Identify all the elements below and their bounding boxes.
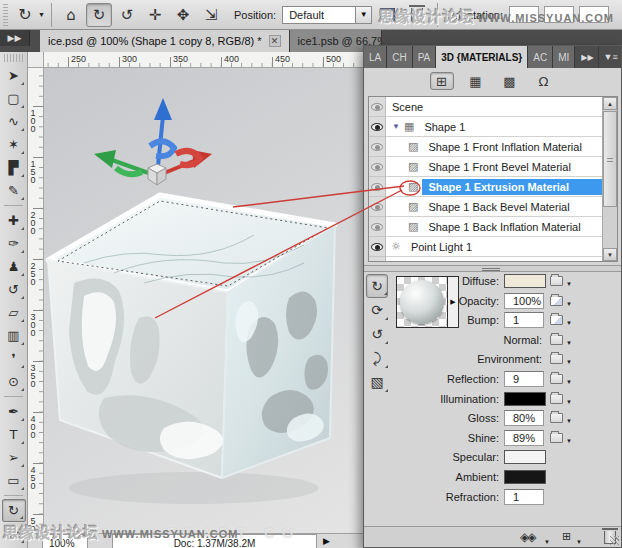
texture-menu-caret-icon[interactable]: ▼	[566, 340, 572, 346]
roll-3d-object-tool[interactable]: ↺	[114, 3, 140, 27]
texture-menu-caret-icon[interactable]: ▼	[566, 301, 572, 307]
visibility-toggle[interactable]	[369, 97, 385, 117]
texture-menu-icon[interactable]	[550, 374, 563, 384]
texture-menu-icon[interactable]	[550, 413, 563, 423]
rotate-3d-object-tool[interactable]: ↻	[86, 3, 112, 27]
visibility-toggle[interactable]	[369, 197, 385, 217]
filter-lights-icon[interactable]: Ω	[532, 72, 556, 90]
eraser-tool[interactable]: ▱	[2, 301, 26, 324]
property-color-swatch[interactable]	[504, 450, 546, 464]
texture-menu-caret-icon[interactable]: ▼	[566, 399, 572, 405]
property-value-field[interactable]: 89%	[504, 430, 544, 446]
panel-splitter[interactable]	[364, 265, 621, 272]
panel-menu-icon[interactable]: ▼≡	[598, 46, 621, 68]
path-selection-tool[interactable]: ➢	[2, 446, 26, 469]
eye-icon[interactable]	[371, 223, 383, 231]
expander-icon[interactable]: ▼	[392, 122, 402, 131]
eye-icon[interactable]	[371, 143, 383, 151]
toolbox-grip[interactable]	[4, 54, 23, 62]
eyedropper-tool[interactable]: ✎	[2, 179, 26, 202]
texture-menu-caret-icon[interactable]: ▼	[566, 438, 572, 444]
visibility-toggle[interactable]	[369, 157, 385, 177]
gradient-tool[interactable]: ▥	[2, 324, 26, 347]
texture-menu-caret-icon[interactable]: ▼	[566, 418, 572, 424]
magic-wand-tool[interactable]: ✶	[2, 133, 26, 156]
ruler-corner[interactable]	[28, 52, 44, 68]
document-tab-active[interactable]: ice.psd @ 100% (Shape 1 copy 8, RGB/8) *…	[40, 30, 290, 52]
texture-menu-caret-icon[interactable]: ▼	[566, 320, 572, 326]
slide-3d-object-tool[interactable]: ✥	[170, 3, 196, 27]
brush-tool[interactable]: ✑	[2, 232, 26, 255]
texture-menu-caret-icon[interactable]: ▼	[566, 379, 572, 385]
3d-materials-[interactable]: 3D {MATERIALS}	[436, 46, 528, 68]
texture-menu-icon[interactable]	[550, 354, 563, 364]
scene-tree-scrollbar[interactable]: ▲ ▼	[602, 97, 617, 261]
texture-menu-icon[interactable]	[550, 315, 563, 325]
panel-resize-grip[interactable]	[610, 536, 619, 545]
scene-tree-row[interactable]: ▨ Shape 1 Back Inflation Material	[386, 217, 602, 237]
caret-icon[interactable]: ▼	[544, 539, 550, 545]
property-value-field[interactable]: 9	[504, 371, 544, 387]
new-item-icon[interactable]: ⊞	[562, 530, 571, 543]
filter-meshes-icon[interactable]: ▦	[464, 72, 488, 90]
3d-rotate-tool[interactable]: ↻	[2, 499, 26, 522]
clone-stamp-tool[interactable]: ♟	[2, 255, 26, 278]
scene-tree-row[interactable]: ▨ Shape 1 Extrusion Material	[386, 177, 602, 197]
ac[interactable]: AC	[528, 46, 553, 68]
marquee-tool[interactable]: ▢	[2, 87, 26, 110]
lasso-tool[interactable]: ∿	[2, 110, 26, 133]
orientation-y-input[interactable]	[544, 6, 574, 23]
eye-icon[interactable]	[371, 203, 383, 211]
texture-menu-icon[interactable]	[550, 296, 563, 306]
orientation-x-input[interactable]	[509, 6, 539, 23]
scene-tree-row[interactable]: ▨ Shape 1 Front Inflation Material	[386, 137, 602, 157]
visibility-toggle[interactable]	[369, 117, 385, 137]
document-canvas[interactable]	[44, 68, 363, 533]
texture-menu-caret-icon[interactable]: ▼	[566, 281, 572, 287]
more-tabs-icon[interactable]: ▶▶	[577, 46, 597, 68]
status-bar-menu-icon[interactable]: ▶	[323, 536, 330, 546]
scrollbar-thumb[interactable]	[603, 111, 617, 207]
scroll-down-icon[interactable]: ▼	[603, 248, 617, 261]
property-value-field[interactable]: 100%	[504, 293, 544, 309]
visibility-toggle[interactable]	[369, 177, 385, 197]
position-dropdown[interactable]: Default ▼	[282, 6, 372, 24]
healing-brush-tool[interactable]: ✚	[2, 209, 26, 232]
la[interactable]: LA	[364, 46, 387, 68]
dropdown-caret-icon[interactable]: ▼	[355, 7, 371, 23]
eye-icon[interactable]	[371, 103, 383, 111]
eye-icon[interactable]	[371, 183, 383, 191]
filter-materials-icon[interactable]: ▩	[498, 72, 522, 90]
shape-tool[interactable]: ▭	[2, 469, 26, 492]
type-tool[interactable]: T	[2, 423, 26, 446]
scale-3d-object-tool[interactable]: ⇲	[198, 3, 224, 27]
delete-view-icon[interactable]	[411, 8, 423, 21]
eye-icon[interactable]	[371, 163, 383, 171]
toolbox-collapse-icon[interactable]: ▶▶	[0, 30, 30, 46]
texture-menu-icon[interactable]	[550, 335, 563, 345]
pan-3d-object-tool[interactable]: ✛	[142, 3, 168, 27]
horizontal-ruler[interactable]: 250300350400450500550	[44, 52, 363, 68]
property-value-field[interactable]: 1	[504, 312, 544, 328]
scene-tree-row[interactable]: ▨ Shape 1 Back Bevel Material	[386, 197, 602, 217]
dodge-tool[interactable]: ⊙	[2, 370, 26, 393]
texture-menu-icon[interactable]	[550, 433, 563, 443]
property-color-swatch[interactable]	[504, 470, 546, 484]
save-view-icon[interactable]	[380, 8, 395, 22]
property-color-swatch[interactable]	[504, 274, 546, 288]
property-value-field[interactable]: 80%	[504, 410, 544, 426]
crop-tool[interactable]: ▛	[2, 156, 26, 179]
move-tool[interactable]: ➤	[2, 64, 26, 87]
visibility-toggle[interactable]	[369, 137, 385, 157]
property-color-swatch[interactable]	[504, 392, 546, 406]
scene-tree-row[interactable]: ☼ Point Light 1	[386, 237, 602, 257]
tool-preset-caret-icon[interactable]: ▼	[38, 11, 45, 18]
pa[interactable]: PA	[413, 46, 437, 68]
texture-menu-icon[interactable]	[550, 394, 563, 404]
mi[interactable]: MI	[553, 46, 575, 68]
options-bar-grip[interactable]	[3, 4, 8, 26]
orientation-z-input[interactable]	[579, 6, 609, 23]
return-to-initial-position-button[interactable]: ⌂	[58, 3, 84, 27]
doc-size-indicator[interactable]: Doc: 1.37M/38.2M	[112, 534, 317, 548]
3d-camera-rotate-tool[interactable]: ⟳	[2, 522, 26, 545]
